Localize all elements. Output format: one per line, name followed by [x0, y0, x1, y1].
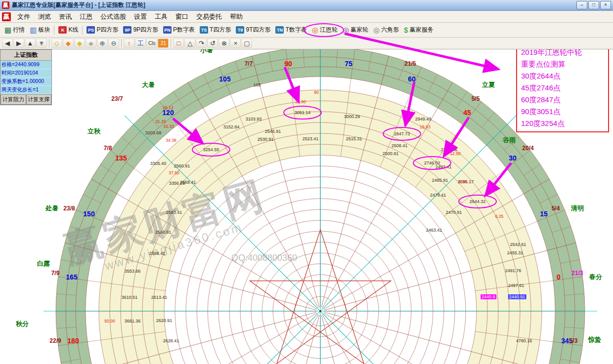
diamond-half-icon[interactable]: ◈ [86, 39, 96, 48]
info-row: 价格=2440.9099 [0, 61, 51, 69]
rect-tool-icon[interactable]: □ [173, 39, 184, 48]
stock-name: 上证指数 [0, 50, 51, 61]
app-icon: 赢 [2, 1, 9, 9]
p-number-table-icon: PN [163, 26, 172, 34]
zoom-in-icon[interactable]: ⊕ [97, 39, 108, 48]
9t-square-icon: T9 [236, 26, 244, 34]
toolbar-button-K线[interactable]: KK线 [56, 24, 81, 36]
rotate-tool-icon[interactable]: ↺ [207, 39, 218, 48]
menu-bar: 赢 文件浏览资讯江恩公式选股设置工具窗口交易委托帮助 [0, 11, 613, 23]
stock-info-panel: 上证指数 价格=2440.9099时间=20190104变换系数=1.00000… [0, 49, 52, 105]
window-title: 赢家江恩专业版[赢家服务平台] - [上证指数 江恩轮] [12, 1, 576, 9]
circle-x-tool-icon[interactable]: ⊗ [219, 39, 229, 48]
menu-item-江恩[interactable]: 江恩 [76, 11, 96, 22]
filter-funnel-icon[interactable]: ▼ [36, 39, 47, 48]
t-ruler-icon[interactable]: 工 [135, 39, 146, 48]
menu-item-浏览[interactable]: 浏览 [34, 11, 55, 22]
toolbar-button-江恩轮[interactable]: ◎江恩轮 [309, 24, 340, 36]
button-计算阻力[interactable]: 计算阻力 [0, 94, 26, 105]
toolbar-button-label: 赢家服务 [409, 26, 433, 34]
kline-icon: K [58, 26, 67, 34]
diamond-outline-icon[interactable]: ◇ [51, 39, 62, 48]
menu-items: 文件浏览资讯江恩公式选股设置工具窗口交易委托帮助 [13, 11, 247, 22]
annotation-line: 60度2847点 [521, 94, 604, 106]
toolbar-button-label: P四方形 [96, 26, 118, 34]
annotation-line: 30度2644点 [521, 70, 604, 82]
annotation-line: 重要点位测算 [521, 58, 604, 70]
toolbar-separator [54, 26, 54, 35]
hexagon-icon: ◎ [373, 26, 380, 34]
toolbar-button-T四方形[interactable]: TST四方形 [197, 24, 233, 36]
select-rect-tool-icon[interactable]: ▢ [241, 39, 252, 48]
main-toolbar: ▦行情▥板块KK线PSP四方形9P9P四方形PNP数字表TST四方形T99T四方… [0, 23, 613, 38]
arc-tool-icon[interactable]: ↷ [196, 39, 207, 48]
toolbar-button-赢家服务[interactable]: $赢家服务 [401, 24, 436, 36]
menu-item-交易委托[interactable]: 交易委托 [192, 11, 226, 22]
zoom-out-icon[interactable]: ⊖ [108, 39, 119, 48]
red-up-arrow-icon[interactable]: ↑ [124, 39, 134, 48]
winner-wheel-icon: ◎ [343, 26, 349, 34]
p-square-icon: PS [87, 26, 95, 34]
toolbar-separator [171, 39, 171, 48]
cls-button[interactable]: Cls [146, 39, 157, 48]
info-row: 变换系数=1.00000 [0, 78, 51, 86]
toolbar-button-9T四方形[interactable]: T99T四方形 [233, 24, 273, 36]
toolbar-button-label: T数字表 [285, 26, 306, 34]
toolbar-button-label: 江恩轮 [320, 26, 338, 34]
toolbar-button-P数字表[interactable]: PNP数字表 [161, 24, 197, 36]
toolbar-button-9P四方形[interactable]: 9P9P四方形 [121, 24, 161, 36]
gann-wheel-icon: ◎ [312, 26, 318, 34]
menu-item-文件[interactable]: 文件 [13, 11, 34, 22]
title-bar: 赢 赢家江恩专业版[赢家服务平台] - [上证指数 江恩轮] –□× [0, 0, 613, 11]
t-square-icon: TS [200, 26, 208, 34]
calendar-21-icon[interactable]: 21 [158, 39, 169, 48]
annotation-line: 120度3254点 [521, 118, 604, 129]
toolbar-button-T数字表[interactable]: TNT数字表 [273, 24, 309, 36]
t-number-table-icon: TN [275, 26, 284, 34]
brand-logo-icon: 赢 [2, 12, 11, 21]
annotation-line: 45度2746点 [521, 82, 604, 94]
menu-item-工具[interactable]: 工具 [151, 11, 172, 22]
toolbar-button-P四方形[interactable]: PSP四方形 [84, 24, 121, 36]
toolbar-separator [121, 39, 122, 48]
toolbar-button-赢家轮[interactable]: ◎赢家轮 [340, 24, 371, 36]
toolbar-button-label: 板块 [38, 26, 50, 34]
menu-item-窗口[interactable]: 窗口 [172, 11, 192, 22]
up-triangle-icon[interactable]: ▲ [25, 39, 36, 48]
x-tool-icon[interactable]: × [230, 39, 241, 48]
9p-square-icon: 9P [123, 26, 131, 34]
close-button[interactable]: × [600, 1, 611, 9]
toolbar-button-六角形[interactable]: ◎六角形 [371, 24, 401, 36]
service-icon: $ [404, 26, 408, 34]
menu-item-帮助[interactable]: 帮助 [226, 11, 247, 22]
toolbar-button-label: 赢家轮 [350, 26, 368, 34]
toolbar-button-板块[interactable]: ▥板块 [27, 24, 52, 36]
toolbar-separator [49, 39, 49, 48]
toolbar-button-label: 9P四方形 [133, 26, 158, 34]
diamond-gold-icon[interactable]: ◆ [74, 39, 85, 48]
drawing-toolbar: ◀▶▲▼◇◆◆◈⊕⊖↑工Cls21□△↷↺⊗×▢ [0, 38, 613, 49]
toolbar-button-行情[interactable]: ▦行情 [2, 24, 27, 36]
toolbar-button-label: 9T四方形 [246, 26, 270, 34]
toolbar-button-label: T四方形 [210, 26, 231, 34]
minimize-button[interactable]: – [576, 1, 587, 9]
triangle-tool-icon[interactable]: △ [184, 39, 195, 48]
info-row: 周天变化步长=1 [0, 86, 51, 94]
quotes-grid-icon: ▦ [4, 26, 11, 34]
diamond-orange-icon[interactable]: ◆ [63, 39, 74, 48]
toolbar-button-label: 六角形 [381, 26, 399, 34]
back-icon[interactable]: ◀ [2, 39, 13, 48]
sectors-icon: ▥ [30, 26, 37, 34]
maximize-button[interactable]: □ [588, 1, 599, 9]
menu-item-公式选股[interactable]: 公式选股 [96, 11, 130, 22]
toolbar-button-label: 行情 [13, 26, 25, 34]
menu-item-资讯[interactable]: 资讯 [55, 11, 76, 22]
toolbar-button-label: P数字表 [173, 26, 195, 34]
forward-icon[interactable]: ▶ [13, 39, 24, 48]
button-计算支撑[interactable]: 计算支撑 [26, 94, 52, 105]
annotation-box: 2019年江恩轮中轮重要点位测算30度2644点45度2746点60度2847点… [516, 43, 609, 132]
window-controls: –□× [576, 1, 611, 9]
annotation-line: 90度3051点 [521, 106, 604, 118]
menu-item-设置[interactable]: 设置 [130, 11, 151, 22]
toolbar-button-label: K线 [68, 26, 78, 34]
